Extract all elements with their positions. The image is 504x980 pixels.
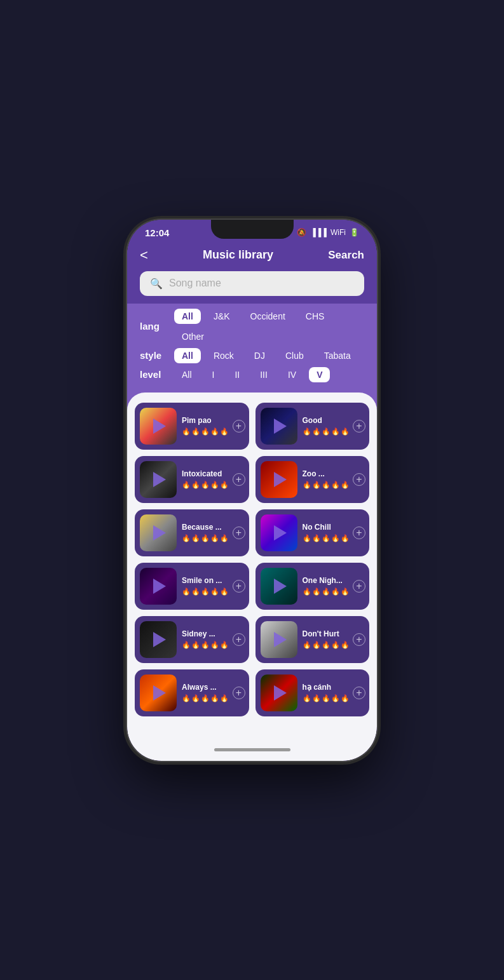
level-chip-iii[interactable]: III [252,367,275,382]
screen: 12:04 🔕 ▐▐▐ WiFi 🔋 < Music library Searc… [127,220,377,761]
style-filter-row: style All Rock DJ Club Tabata [140,348,364,363]
play-icon [153,579,166,594]
song-thumbnail [261,568,297,605]
style-chip-dj[interactable]: DJ [247,348,273,363]
song-card-6[interactable]: No Chill 🔥🔥🔥🔥🔥 + [255,509,370,556]
back-button[interactable]: < [140,247,148,264]
status-icons: 🔕 ▐▐▐ WiFi 🔋 [297,228,359,237]
song-thumbnail [140,568,177,605]
play-icon [274,525,287,540]
play-icon [274,419,287,434]
battery-icon: 🔋 [350,228,359,237]
play-icon [153,685,166,701]
song-card-5[interactable]: Because ... 🔥🔥🔥🔥🔥 + [135,509,249,556]
wifi-icon: WiFi [330,228,346,237]
add-song-button[interactable]: + [353,633,365,646]
song-thumbnail [140,621,177,658]
level-chip-i[interactable]: I [205,367,222,382]
level-chip-ii[interactable]: II [227,367,247,382]
play-icon [153,632,166,647]
songs-grid: Pim pao 🔥🔥🔥🔥🔥 + Good 🔥🔥🔥🔥🔥 + Intoxicated… [135,403,369,716]
style-chips: All Rock DJ Club Tabata [174,348,358,363]
lang-chip-chs[interactable]: CHS [298,309,332,324]
lang-label: lang [140,321,168,332]
level-chip-all[interactable]: All [174,367,200,382]
add-song-button[interactable]: + [233,420,245,433]
song-thumbnail [261,675,297,711]
lang-chip-all[interactable]: All [174,309,201,324]
lang-filter-row: lang All J&K Occident CHS Other [140,309,364,344]
add-song-button[interactable]: + [353,580,365,593]
play-icon [153,472,166,487]
song-card-10[interactable]: Don't Hurt 🔥🔥🔥🔥🔥 + [255,616,370,663]
style-chip-rock[interactable]: Rock [206,348,242,363]
song-card-4[interactable]: Zoo ... 🔥🔥🔥🔥🔥 + [255,456,370,503]
add-song-button[interactable]: + [233,580,245,593]
song-thumbnail [261,408,297,445]
phone-frame: 12:04 🔕 ▐▐▐ WiFi 🔋 < Music library Searc… [127,220,377,761]
level-chip-iv[interactable]: IV [280,367,304,382]
level-chips: All I II III IV V [174,367,330,382]
style-chip-all[interactable]: All [174,348,201,363]
mute-icon: 🔕 [297,228,306,237]
notch [211,220,294,239]
song-card-2[interactable]: Good 🔥🔥🔥🔥🔥 + [255,403,370,450]
song-thumbnail [261,621,297,658]
play-icon [274,685,287,701]
song-card-11[interactable]: Always ... 🔥🔥🔥🔥🔥 + [135,669,249,716]
add-song-button[interactable]: + [353,687,365,699]
bottom-bar [127,739,377,761]
lang-chip-other[interactable]: Other [174,329,212,344]
play-icon [274,632,287,647]
search-icon: 🔍 [150,278,163,290]
add-song-button[interactable]: + [353,473,365,486]
level-filter-row: level All I II III IV V [140,367,364,382]
level-label: level [140,369,168,380]
song-thumbnail [261,514,297,551]
play-icon [153,419,166,434]
page-title: Music library [203,248,273,262]
add-song-button[interactable]: + [233,633,245,646]
song-thumbnail [261,461,297,498]
songs-content: Pim pao 🔥🔥🔥🔥🔥 + Good 🔥🔥🔥🔥🔥 + Intoxicated… [127,393,377,739]
style-label: style [140,350,168,361]
add-song-button[interactable]: + [233,473,245,486]
play-icon [274,472,287,487]
home-indicator [214,748,290,751]
song-thumbnail [140,675,177,711]
header-nav: < Music library Search [140,247,364,264]
song-card-1[interactable]: Pim pao 🔥🔥🔥🔥🔥 + [135,403,249,450]
play-icon [153,525,166,540]
header: < Music library Search 🔍 Song name [127,242,377,304]
song-thumbnail [140,461,177,498]
style-chip-tabata[interactable]: Tabata [317,348,358,363]
search-bar[interactable]: 🔍 Song name [140,271,364,296]
level-chip-v[interactable]: V [309,367,330,382]
song-card-8[interactable]: One Nigh... 🔥🔥🔥🔥🔥 + [255,563,370,610]
lang-chip-occident[interactable]: Occident [243,309,293,324]
song-thumbnail [140,514,177,551]
play-icon [274,579,287,594]
add-song-button[interactable]: + [353,420,365,433]
lang-chips: All J&K Occident CHS Other [174,309,364,344]
style-chip-club[interactable]: Club [278,348,311,363]
status-time: 12:04 [145,227,169,238]
search-input[interactable]: Song name [169,278,221,289]
lang-chip-jk[interactable]: J&K [206,309,238,324]
add-song-button[interactable]: + [233,527,245,539]
add-song-button[interactable]: + [353,527,365,539]
search-button[interactable]: Search [328,249,364,262]
signal-icon: ▐▐▐ [310,228,327,237]
add-song-button[interactable]: + [233,687,245,699]
song-thumbnail [140,408,177,445]
song-card-7[interactable]: Smile on ... 🔥🔥🔥🔥🔥 + [135,563,249,610]
song-card-12[interactable]: hạ cánh 🔥🔥🔥🔥🔥 + [255,669,370,716]
song-card-3[interactable]: Intoxicated 🔥🔥🔥🔥🔥 + [135,456,249,503]
filters: lang All J&K Occident CHS Other style Al… [127,304,377,393]
song-card-9[interactable]: Sidney ... 🔥🔥🔥🔥🔥 + [135,616,249,663]
